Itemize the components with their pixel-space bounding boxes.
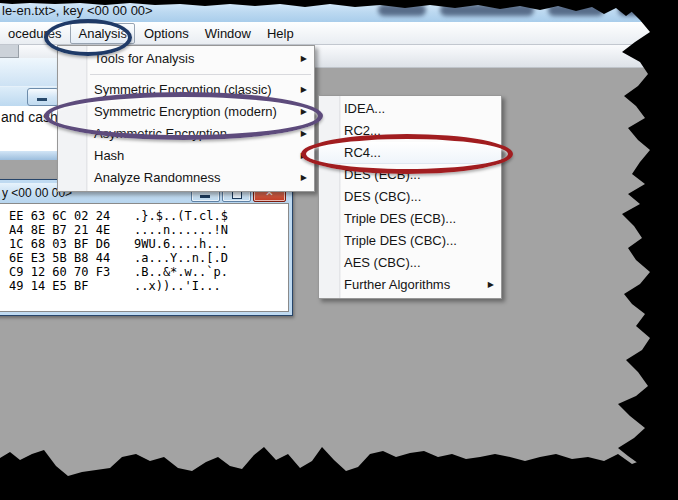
app-title-text: le-en.txt>, key <00 00 00> — [2, 3, 153, 18]
minimize-button[interactable] — [27, 88, 59, 106]
document-window-glass — [0, 58, 62, 87]
menubar-item[interactable]: Options — [136, 23, 197, 44]
hex-row: C9 12 60 70 F3.B..&*.w..`p. — [0, 265, 288, 279]
hex-bytes: A4 8E B7 21 4E — [9, 223, 134, 237]
menu-item-label: DES (CBC)... — [344, 189, 421, 204]
menubar-item[interactable]: Help — [259, 23, 302, 44]
minimize-icon — [200, 195, 210, 198]
hex-bytes: C9 12 60 70 F3 — [9, 265, 134, 279]
analysis-annotation-circle — [44, 19, 132, 56]
ascii-preview: .}.$..(T.cl.$ — [134, 209, 228, 223]
submenu-arrow-icon: ▶ — [301, 79, 307, 101]
rc4-annotation-circle — [301, 134, 513, 174]
hex-row: 6E E3 5B B8 44.a...Y..n.[.D — [0, 251, 288, 265]
toolbar-fragment — [0, 45, 19, 58]
menu-item-label: Analyze Randomness — [94, 170, 220, 185]
submenu-arrow-icon: ▶ — [301, 48, 307, 70]
menu-item[interactable]: Analyze Randomness▶ — [58, 167, 314, 189]
menu-item-label: AES (CBC)... — [344, 255, 421, 270]
menu-item[interactable]: Triple DES (CBC)...▶ — [319, 230, 501, 252]
document-window-titlebar — [0, 87, 62, 106]
menu-item[interactable]: DES (CBC)...▶ — [319, 186, 501, 208]
ascii-preview: ..x))..'I... — [134, 279, 221, 293]
menu-item-label: Hash — [94, 148, 124, 163]
hex-row: A4 8E B7 21 4E....n......!N — [0, 223, 288, 237]
redaction-blob — [618, 4, 658, 16]
hex-bytes: 6E E3 5B B8 44 — [9, 251, 134, 265]
modern-encryption-submenu: IDEA...▶ RC2...▶ RC4...▶ DES (ECB)...▶ D… — [318, 95, 502, 299]
redacted-title-text — [378, 4, 658, 16]
redaction-blob — [378, 4, 426, 16]
menu-item[interactable]: IDEA...▶ — [319, 98, 501, 120]
menu-item[interactable]: Hash▶ — [58, 145, 314, 167]
ascii-preview: 9WU.6....h... — [134, 237, 228, 251]
hex-bytes: EE 63 6C 02 24 — [9, 209, 134, 223]
redaction-blob — [548, 4, 604, 16]
hex-dump-window: y <00 00 00> ✕ EE 63 6C 02 24.}.$..(T.cl… — [0, 179, 293, 316]
ascii-preview: .B..&*.w..`p. — [134, 265, 228, 279]
menu-item-label: IDEA... — [344, 101, 385, 116]
hex-row: EE 63 6C 02 24.}.$..(T.cl.$ — [0, 209, 288, 223]
hex-row: 49 14 E5 BF..x))..'I... — [0, 279, 288, 293]
redaction-blob — [440, 4, 534, 16]
hex-dump-content[interactable]: EE 63 6C 02 24.}.$..(T.cl.$ A4 8E B7 21 … — [0, 203, 289, 312]
document-window-bottom-frame — [0, 151, 62, 160]
menu-item[interactable]: Triple DES (ECB)...▶ — [319, 208, 501, 230]
submenu-arrow-icon: ▶ — [488, 274, 494, 296]
submenu-arrow-icon: ▶ — [301, 167, 307, 189]
ascii-preview: .a...Y..n.[.D — [134, 251, 228, 265]
hex-bytes: 49 14 E5 BF — [9, 279, 134, 293]
hex-bytes: 1C 68 03 BF D6 — [9, 237, 134, 251]
menu-item-label: Triple DES (ECB)... — [344, 211, 456, 226]
minimize-icon — [37, 98, 47, 101]
menu-item-label: Further Algorithms — [344, 277, 450, 292]
menu-item-label: Triple DES (CBC)... — [344, 233, 457, 248]
modern-encryption-annotation-circle — [44, 92, 323, 140]
menubar-item[interactable]: Window — [197, 23, 259, 44]
menu-item[interactable]: AES (CBC)...▶ — [319, 252, 501, 274]
menu-item[interactable]: Further Algorithms▶ — [319, 274, 501, 296]
ascii-preview: ....n......!N — [134, 223, 228, 237]
hex-row: 1C 68 03 BF D69WU.6....h... — [0, 237, 288, 251]
